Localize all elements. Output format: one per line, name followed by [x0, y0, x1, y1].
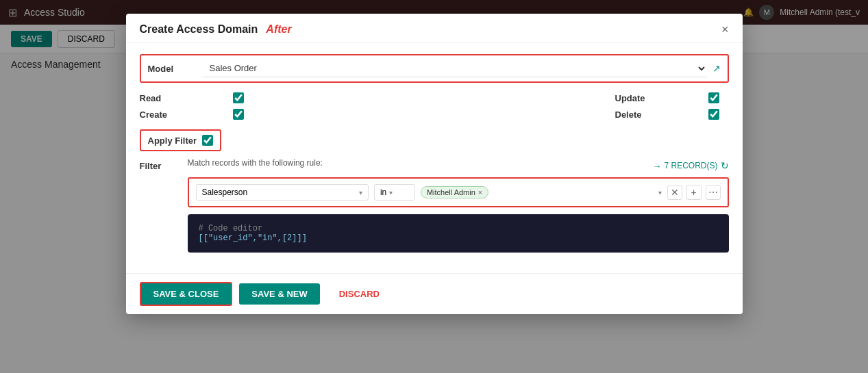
condition-field-selector[interactable]: Salesperson ▾	[196, 184, 369, 201]
filter-match-text: Match records with the following rule:	[188, 158, 323, 168]
filter-row: Filter Match records with the following …	[140, 158, 729, 255]
records-count-wrap: → 7 RECORD(S) ↻	[652, 160, 728, 171]
update-checkbox[interactable]	[708, 92, 719, 103]
delete-label: Delete	[615, 110, 697, 120]
condition-actions: ✕ + ⋯	[667, 185, 721, 200]
update-label: Update	[615, 93, 697, 103]
create-access-domain-modal: Create Access Domain After × Model Sales…	[126, 14, 743, 314]
condition-remove-button[interactable]: ✕	[667, 185, 682, 200]
condition-operator-selector[interactable]: in ▾	[374, 184, 415, 201]
condition-add-button[interactable]: +	[686, 185, 702, 200]
model-select-wrap: Sales Order ↗	[203, 60, 721, 77]
condition-more-button[interactable]: ⋯	[706, 185, 721, 200]
code-value: [["user_id","in",[2]]]	[199, 233, 718, 243]
filter-label: Filter	[140, 158, 181, 171]
model-row: Model Sales Order ↗	[140, 54, 729, 83]
records-count[interactable]: 7 RECORD(S)	[664, 161, 717, 170]
apply-filter-label: Apply Filter	[148, 136, 197, 146]
modal-badge: After	[266, 23, 291, 36]
filter-condition-wrap: Salesperson ▾ in ▾ Mitchell Admin ×	[188, 177, 729, 207]
save-close-button[interactable]: SAVE & CLOSE	[140, 282, 233, 306]
condition-tag: Mitchell Admin ×	[421, 186, 488, 198]
modal-close-button[interactable]: ×	[721, 23, 729, 36]
condition-value-wrap: Mitchell Admin × ▾	[421, 186, 662, 198]
operator-caret-icon: ▾	[389, 189, 393, 196]
records-arrow: →	[652, 161, 661, 171]
create-checkbox[interactable]	[233, 109, 244, 120]
save-new-button[interactable]: SAVE & NEW	[239, 283, 319, 305]
filter-match-bar: Match records with the following rule: →…	[188, 158, 729, 173]
model-select[interactable]: Sales Order	[203, 60, 707, 77]
condition-value-input[interactable]	[493, 188, 654, 197]
modal-overlay: Create Access Domain After × Model Sales…	[0, 0, 868, 373]
tag-remove-icon[interactable]: ×	[478, 188, 482, 196]
code-editor: # Code editor [["user_id","in",[2]]]	[188, 214, 729, 253]
condition-operator-value: in	[380, 188, 386, 197]
modal-footer: SAVE & CLOSE SAVE & NEW DISCARD	[126, 273, 743, 314]
model-label: Model	[148, 64, 203, 74]
create-label: Create	[140, 110, 222, 120]
read-label: Read	[140, 93, 222, 103]
modal-title: Create Access Domain	[140, 23, 258, 36]
modal-header: Create Access Domain After ×	[126, 14, 743, 43]
footer-discard-button[interactable]: DISCARD	[327, 283, 392, 305]
filter-right: Match records with the following rule: →…	[188, 158, 729, 255]
apply-filter-row: Apply Filter	[140, 129, 222, 151]
modal-body: Model Sales Order ↗ Read Update Create	[126, 43, 743, 273]
delete-checkbox[interactable]	[708, 109, 719, 120]
condition-field-value: Salesperson	[202, 188, 248, 197]
value-caret-icon: ▾	[658, 189, 662, 196]
external-link-icon[interactable]: ↗	[712, 63, 721, 74]
tag-label: Mitchell Admin	[427, 188, 475, 196]
field-caret-icon: ▾	[359, 189, 362, 196]
apply-filter-checkbox[interactable]	[202, 135, 213, 146]
permissions-grid: Read Update Create Delete	[140, 92, 729, 120]
read-checkbox[interactable]	[233, 92, 244, 103]
code-comment: # Code editor	[199, 224, 718, 233]
refresh-icon[interactable]: ↻	[721, 160, 729, 171]
